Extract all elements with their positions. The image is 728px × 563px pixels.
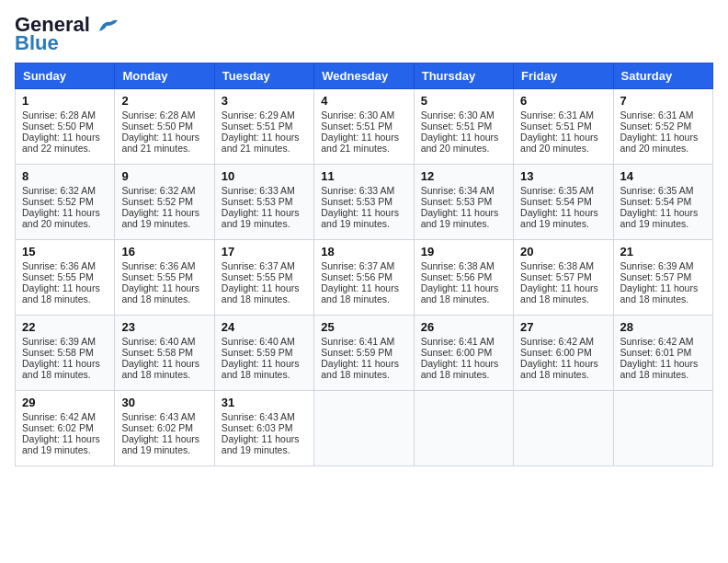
day-number: 8: [22, 169, 108, 183]
calendar-cell: 9Sunrise: 6:32 AMSunset: 5:52 PMDaylight…: [115, 165, 214, 240]
day-number: 31: [222, 396, 307, 409]
weekday-header-tuesday: Tuesday: [214, 63, 313, 89]
day-info-line: and 20 minutes.: [421, 143, 506, 154]
day-info-line: Sunrise: 6:36 AM: [22, 260, 108, 271]
day-info-line: Sunrise: 6:31 AM: [520, 109, 606, 121]
weekday-header-saturday: Saturday: [613, 63, 712, 89]
day-info-line: Daylight: 11 hours: [620, 282, 706, 293]
day-info-line: Daylight: 11 hours: [22, 433, 108, 444]
calendar-cell: [314, 391, 414, 466]
day-info-line: and 18 minutes.: [321, 293, 406, 304]
day-number: 15: [22, 245, 108, 259]
day-info-line: Sunset: 5:51 PM: [222, 121, 307, 132]
calendar-cell: 13Sunrise: 6:35 AMSunset: 5:54 PMDayligh…: [514, 165, 613, 240]
day-info-line: Daylight: 11 hours: [222, 358, 307, 369]
day-info-line: and 21 minutes.: [121, 143, 207, 154]
weekday-header-sunday: Sunday: [16, 63, 115, 89]
day-info-line: Sunset: 5:56 PM: [321, 271, 406, 282]
day-info-line: Sunset: 5:55 PM: [22, 271, 108, 282]
day-info-line: Sunrise: 6:31 AM: [620, 109, 706, 121]
day-info-line: Daylight: 11 hours: [121, 282, 207, 293]
day-info-line: Sunset: 6:02 PM: [121, 422, 207, 433]
calendar-cell: 21Sunrise: 6:39 AMSunset: 5:57 PMDayligh…: [613, 240, 712, 316]
day-info-line: and 19 minutes.: [620, 218, 706, 229]
day-number: 27: [520, 320, 606, 334]
calendar-cell: 22Sunrise: 6:39 AMSunset: 5:58 PMDayligh…: [16, 316, 115, 391]
day-info-line: Sunrise: 6:29 AM: [222, 109, 307, 121]
day-info-line: Daylight: 11 hours: [620, 358, 706, 369]
day-info-line: Daylight: 11 hours: [22, 132, 108, 143]
day-info-line: Sunset: 5:53 PM: [321, 196, 406, 207]
day-info-line: Sunrise: 6:42 AM: [22, 411, 108, 422]
day-info-line: Daylight: 11 hours: [520, 358, 606, 369]
day-info-line: and 19 minutes.: [22, 444, 108, 455]
day-info-line: Daylight: 11 hours: [321, 132, 406, 143]
calendar-cell: 20Sunrise: 6:38 AMSunset: 5:57 PMDayligh…: [514, 240, 613, 316]
day-info-line: Sunrise: 6:28 AM: [121, 109, 207, 121]
day-number: 6: [520, 94, 606, 108]
day-info-line: Daylight: 11 hours: [520, 207, 606, 218]
day-info-line: Daylight: 11 hours: [22, 358, 108, 369]
calendar-cell: 4Sunrise: 6:30 AMSunset: 5:51 PMDaylight…: [314, 89, 414, 165]
calendar-cell: 6Sunrise: 6:31 AMSunset: 5:51 PMDaylight…: [514, 89, 613, 165]
day-number: 28: [620, 320, 706, 334]
day-info-line: Sunset: 5:51 PM: [421, 121, 506, 132]
day-number: 13: [520, 169, 606, 183]
calendar-week-row: 22Sunrise: 6:39 AMSunset: 5:58 PMDayligh…: [16, 316, 713, 391]
day-info-line: Sunrise: 6:39 AM: [620, 260, 706, 271]
day-info-line: and 19 minutes.: [121, 444, 207, 455]
calendar-week-row: 29Sunrise: 6:42 AMSunset: 6:02 PMDayligh…: [16, 391, 713, 466]
day-number: 16: [121, 245, 207, 259]
calendar-table: SundayMondayTuesdayWednesdayThursdayFrid…: [15, 63, 713, 466]
calendar-cell: 16Sunrise: 6:36 AMSunset: 5:55 PMDayligh…: [115, 240, 214, 316]
calendar-cell: 15Sunrise: 6:36 AMSunset: 5:55 PMDayligh…: [16, 240, 115, 316]
day-info-line: Sunrise: 6:41 AM: [321, 336, 406, 347]
day-info-line: Sunrise: 6:43 AM: [121, 411, 207, 422]
calendar-week-row: 8Sunrise: 6:32 AMSunset: 5:52 PMDaylight…: [16, 165, 713, 240]
day-info-line: Daylight: 11 hours: [222, 433, 307, 444]
day-info-line: Sunset: 5:58 PM: [121, 347, 207, 358]
day-info-line: and 18 minutes.: [520, 369, 606, 380]
bird-logo-icon: [97, 18, 118, 33]
day-info-line: Daylight: 11 hours: [520, 132, 606, 143]
day-info-line: Daylight: 11 hours: [421, 282, 506, 293]
day-info-line: Sunrise: 6:33 AM: [222, 185, 307, 196]
calendar-cell: 3Sunrise: 6:29 AMSunset: 5:51 PMDaylight…: [214, 89, 313, 165]
day-info-line: and 18 minutes.: [620, 293, 706, 304]
calendar-cell: 26Sunrise: 6:41 AMSunset: 6:00 PMDayligh…: [414, 316, 513, 391]
day-info-line: Sunset: 5:54 PM: [620, 196, 706, 207]
day-info-line: Sunrise: 6:28 AM: [22, 109, 108, 121]
day-info-line: Sunrise: 6:40 AM: [121, 336, 207, 347]
day-info-line: Sunrise: 6:43 AM: [222, 411, 307, 422]
day-info-line: Sunset: 5:59 PM: [222, 347, 307, 358]
day-number: 9: [121, 169, 207, 183]
calendar-cell: 12Sunrise: 6:34 AMSunset: 5:53 PMDayligh…: [414, 165, 513, 240]
day-info-line: Sunset: 5:57 PM: [520, 271, 606, 282]
day-info-line: and 22 minutes.: [22, 143, 108, 154]
calendar-cell: 10Sunrise: 6:33 AMSunset: 5:53 PMDayligh…: [214, 165, 313, 240]
calendar-cell: 1Sunrise: 6:28 AMSunset: 5:50 PMDaylight…: [16, 89, 115, 165]
day-info-line: and 21 minutes.: [222, 143, 307, 154]
day-info-line: Daylight: 11 hours: [121, 358, 207, 369]
day-info-line: Sunset: 5:50 PM: [22, 121, 108, 132]
day-info-line: Daylight: 11 hours: [121, 207, 207, 218]
calendar-cell: 5Sunrise: 6:30 AMSunset: 5:51 PMDaylight…: [414, 89, 513, 165]
day-info-line: and 18 minutes.: [22, 293, 108, 304]
day-number: 21: [620, 245, 706, 259]
calendar-cell: 14Sunrise: 6:35 AMSunset: 5:54 PMDayligh…: [613, 165, 712, 240]
day-info-line: Sunrise: 6:32 AM: [22, 185, 108, 196]
day-info-line: Sunset: 5:56 PM: [421, 271, 506, 282]
day-info-line: and 18 minutes.: [22, 369, 108, 380]
day-info-line: and 18 minutes.: [121, 369, 207, 380]
weekday-header-wednesday: Wednesday: [314, 63, 414, 89]
day-info-line: Sunrise: 6:33 AM: [321, 185, 406, 196]
day-info-line: and 18 minutes.: [321, 369, 406, 380]
day-info-line: and 21 minutes.: [321, 143, 406, 154]
day-number: 23: [121, 320, 207, 334]
day-info-line: and 19 minutes.: [121, 218, 207, 229]
calendar-cell: 29Sunrise: 6:42 AMSunset: 6:02 PMDayligh…: [16, 391, 115, 466]
day-info-line: Sunrise: 6:38 AM: [421, 260, 506, 271]
calendar-cell: 23Sunrise: 6:40 AMSunset: 5:58 PMDayligh…: [115, 316, 214, 391]
calendar-week-row: 1Sunrise: 6:28 AMSunset: 5:50 PMDaylight…: [16, 89, 713, 165]
day-number: 7: [620, 94, 706, 108]
